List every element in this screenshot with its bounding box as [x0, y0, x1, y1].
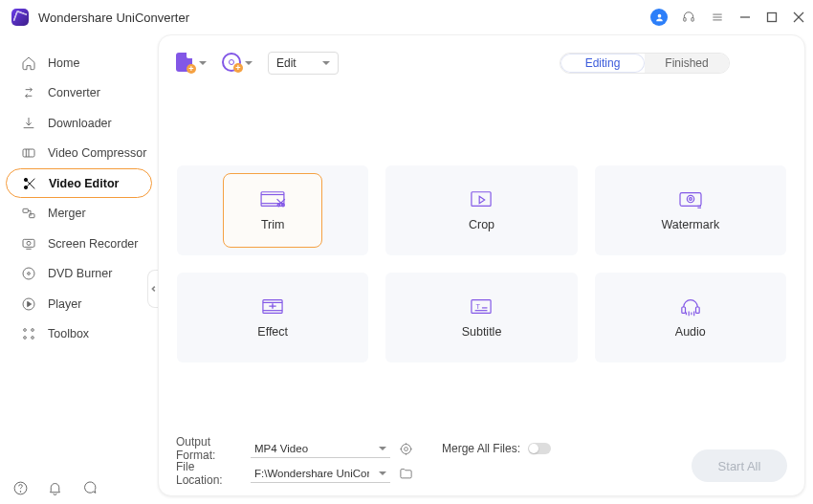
svg-rect-35 [472, 192, 491, 207]
output-format-label: Output Format: [176, 435, 243, 462]
effect-icon [259, 296, 286, 318]
add-disc-icon [222, 53, 243, 74]
svg-rect-14 [23, 208, 28, 212]
svg-point-24 [24, 337, 27, 340]
maximize-button[interactable] [765, 11, 779, 24]
tool-tile-trim[interactable]: Trim [177, 165, 368, 255]
start-all-button[interactable]: Start All [692, 449, 787, 482]
svg-point-19 [23, 268, 34, 279]
sidebar-item-compressor[interactable]: Video Compressor [6, 139, 152, 168]
edit-mode-dropdown[interactable]: Edit [268, 52, 339, 75]
svg-rect-48 [682, 307, 686, 313]
sidebar-item-video-editor[interactable]: Video Editor [6, 168, 152, 198]
sidebar-item-label: Video Editor [49, 177, 119, 190]
svg-point-38 [689, 198, 692, 201]
svg-point-22 [24, 329, 27, 332]
support-headset-icon[interactable] [681, 10, 696, 25]
sidebar-item-screen-recorder[interactable]: Screen Recorder [6, 229, 152, 258]
svg-rect-44 [472, 300, 491, 314]
output-format-value: MP4 Video [254, 443, 308, 454]
feedback-icon[interactable] [80, 479, 98, 496]
file-location-label: File Location: [176, 460, 243, 487]
account-avatar-icon[interactable] [650, 9, 668, 26]
sidebar-item-downloader[interactable]: Downloader [6, 108, 152, 138]
dropdown-label: Edit [276, 56, 297, 70]
tool-tile-watermark[interactable]: Watermark [595, 165, 786, 255]
browse-folder-icon[interactable] [398, 466, 413, 481]
svg-rect-15 [30, 214, 34, 218]
sidebar-item-dvd-burner[interactable]: DVD Burner [6, 259, 152, 289]
status-segmented-control: Editing Finished [560, 53, 730, 74]
tile-label: Effect [257, 325, 288, 339]
app-logo-icon [11, 9, 29, 26]
output-settings-icon[interactable] [398, 441, 413, 456]
svg-rect-36 [680, 193, 701, 207]
file-location-value: F:\Wondershare UniConverter [254, 468, 369, 479]
sidebar-item-converter[interactable]: Converter [6, 78, 152, 108]
scissors-icon [22, 176, 37, 191]
chevron-down-icon [379, 447, 386, 450]
tab-finished[interactable]: Finished [645, 54, 729, 73]
svg-point-20 [28, 273, 31, 275]
help-icon[interactable] [11, 479, 29, 496]
tile-label: Crop [469, 218, 494, 231]
sidebar-item-label: Downloader [48, 117, 112, 130]
chevron-down-icon [245, 61, 253, 65]
svg-point-37 [687, 195, 693, 202]
main-panel: Edit Editing Finished Trim Crop [158, 34, 805, 496]
tool-tile-effect[interactable]: Effect [177, 273, 368, 362]
merge-toggle[interactable] [528, 443, 551, 454]
app-title: Wondershare UniConverter [38, 11, 650, 25]
close-button[interactable] [792, 11, 805, 24]
minimize-button[interactable] [738, 11, 752, 24]
svg-rect-6 [768, 13, 777, 22]
sidebar-item-label: Home [48, 56, 79, 70]
record-icon [21, 236, 36, 252]
tool-tile-subtitle[interactable]: T Subtitle [385, 273, 577, 362]
chevron-down-icon [199, 61, 207, 65]
disc-icon [21, 266, 36, 281]
output-format-select[interactable]: MP4 Video [251, 439, 390, 458]
svg-rect-49 [695, 307, 699, 313]
svg-rect-0 [684, 18, 686, 21]
sidebar-item-home[interactable]: Home [6, 48, 152, 77]
notifications-icon[interactable] [46, 479, 63, 496]
svg-point-25 [32, 337, 34, 340]
download-icon [21, 116, 36, 131]
tile-label: Watermark [661, 218, 719, 231]
crop-icon [468, 189, 494, 210]
svg-point-11 [24, 186, 27, 188]
chevron-down-icon [322, 61, 330, 65]
tile-label: Trim [261, 218, 285, 231]
sidebar-item-toolbox[interactable]: Toolbox [6, 319, 152, 349]
sidebar-item-label: Video Compressor [48, 146, 146, 160]
add-disc-button[interactable] [222, 53, 253, 74]
subtitle-icon: T [468, 296, 494, 318]
home-icon [21, 55, 36, 71]
tool-tile-crop[interactable]: Crop [385, 165, 577, 255]
sidebar-item-merger[interactable]: Merger [6, 199, 152, 229]
sidebar-item-label: Merger [48, 207, 86, 220]
svg-point-27 [20, 491, 21, 492]
play-icon [21, 296, 36, 312]
tool-tile-audio[interactable]: Audio [595, 273, 786, 362]
add-file-button[interactable] [176, 53, 207, 74]
compress-icon [21, 145, 36, 161]
tile-label: Subtitle [462, 325, 502, 339]
sidebar-item-label: Converter [48, 86, 100, 99]
sidebar-item-label: Toolbox [48, 327, 89, 340]
converter-icon [21, 85, 36, 100]
sidebar-item-label: DVD Burner [48, 267, 112, 280]
toolbox-icon [21, 326, 36, 341]
sidebar-item-label: Screen Recorder [48, 237, 139, 251]
menu-icon[interactable] [710, 10, 725, 25]
sidebar-item-player[interactable]: Player [6, 289, 152, 318]
svg-point-55 [404, 447, 407, 450]
tab-editing[interactable]: Editing [560, 54, 645, 73]
svg-point-10 [24, 178, 27, 181]
chevron-down-icon [379, 471, 386, 475]
svg-point-54 [401, 444, 410, 453]
file-location-select[interactable]: F:\Wondershare UniConverter [251, 464, 390, 483]
merge-label: Merge All Files: [442, 442, 520, 455]
sidebar: Home Converter Downloader Video Compress… [0, 34, 158, 504]
